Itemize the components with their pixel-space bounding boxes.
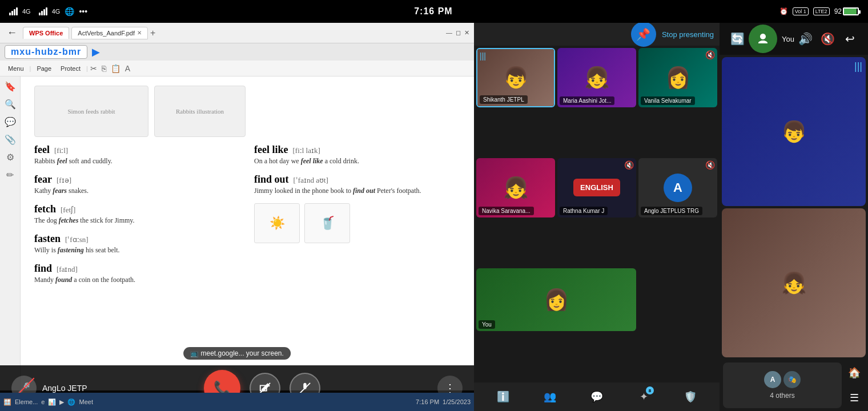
pdf-tab[interactable]: ActVerbs_AandF.pdf ✕ <box>71 27 148 39</box>
word-fasten-example: Willy is fastening his seat belt. <box>34 246 243 255</box>
wps-tab[interactable]: WPS Office <box>23 27 69 39</box>
format-icon[interactable]: A <box>125 64 130 73</box>
info-icon-button[interactable]: ℹ️ <box>493 386 513 407</box>
word-fear-title: fear <box>34 174 52 185</box>
pdf-content: 🔖 🔍 💬 📎 ⚙ ✏ Simon feeds rabbit Rabbits i… <box>0 76 474 390</box>
other-avatar-2: 🎭 <box>783 371 801 388</box>
word-feel-example: Rabbits feel soft and cuddly. <box>34 157 243 166</box>
stop-presenting-button[interactable]: Stop presenting <box>662 30 714 39</box>
right-top-controls: 🔄 You 🔊 🔇 ↩ <box>720 23 868 55</box>
word-find-out-example: Jimmy looked in the phone book to find o… <box>254 187 463 195</box>
toolbar-page[interactable]: Page <box>33 64 55 73</box>
browser-control-restore[interactable]: ◻ <box>456 29 461 37</box>
presenting-notice: 📺 meet.google... your screen. <box>183 347 291 360</box>
pdf-sidebar-comment[interactable]: 💬 <box>5 116 16 127</box>
activities-icon-button[interactable]: ✦ 8 <box>633 386 654 407</box>
illus-sun: ☀️ <box>254 203 300 243</box>
signal-4g-2 <box>39 7 47 15</box>
others-avatars: A 🎭 <box>764 371 801 388</box>
network-label-1: 4G <box>22 8 31 15</box>
taskbar-time: 7:16 PM <box>416 398 439 405</box>
participants-icon-button[interactable]: 👥 <box>540 386 560 407</box>
taskbar-chrome[interactable]: 🌐 <box>67 398 75 406</box>
meeting-code-display: mxu-hubz-bmr <box>5 45 87 59</box>
wps-logo: WPS Office <box>29 30 63 37</box>
scissors-icon[interactable]: ✂ <box>90 64 97 73</box>
toolbar-menu[interactable]: Menu <box>5 64 27 73</box>
toolbar-icons: ✂ ⎘ 📋 A <box>90 64 130 73</box>
word-feel-like-example: On a hot day we feel like a cold drink. <box>254 157 463 166</box>
right-p1-audio-icon: ||| <box>854 61 862 72</box>
pdf-toolbar: Menu | Page Protect | ✂ ⎘ 📋 A <box>0 61 474 76</box>
copy-icon[interactable]: ⎘ <box>102 64 106 73</box>
participant-rathna-cell: ENGLISH 🔇 Rathna Kumar J <box>557 158 636 217</box>
alarm-icon: ⏰ <box>779 7 788 15</box>
taskbar-ie[interactable]: e <box>41 398 45 405</box>
browser-control-close[interactable]: ✕ <box>464 29 469 37</box>
back-button[interactable]: ← <box>5 25 19 41</box>
start-button[interactable]: 🪟 <box>3 398 11 406</box>
pdf-main-content: Simon feeds rabbit Rabbits illustration … <box>34 86 463 292</box>
browser-control-minimize[interactable]: — <box>446 29 452 37</box>
right-panel: 🔄 You 🔊 🔇 ↩ 👦 ||| <box>720 23 868 411</box>
home-right-icon[interactable]: 🏠 <box>844 362 865 383</box>
pdf-sidebar-tools[interactable]: ⚙ <box>6 152 14 163</box>
word-feel-like-phonetic: [fiːl laɪk] <box>292 146 320 155</box>
tab-close-icon[interactable]: ✕ <box>137 30 142 36</box>
network-4g-lte: LTE2 <box>813 7 830 15</box>
status-left: 4G 4G 🌐 ••• <box>9 7 87 16</box>
pdf-sidebar-edit[interactable]: ✏ <box>6 170 14 180</box>
word-find-title: find <box>34 263 52 274</box>
anglo-mute-icon: 🔇 <box>705 160 715 170</box>
illustration-top-1: Simon feeds rabbit <box>34 86 148 137</box>
mic-off-right-icon[interactable]: 🔇 <box>817 27 839 51</box>
you-avatar-top <box>749 25 777 53</box>
add-tab-button[interactable]: + <box>150 28 155 38</box>
lte-badge: Vol 1 <box>793 7 809 15</box>
word-fear-example: Kathy fears snakes. <box>34 187 243 195</box>
speaker-icon[interactable]: 🔊 <box>794 27 817 51</box>
shikanth-label: Shikanth JETPL <box>480 95 528 104</box>
word-find-example: Mandy found a coin on the footpath. <box>34 276 243 284</box>
toolbar-protect[interactable]: Protect <box>57 64 84 73</box>
right-p1-video: 👦 <box>722 57 866 206</box>
bottom-icons-bar: ℹ️ 👥 💬 ✦ 8 🛡️ <box>474 382 720 411</box>
others-cell: A 🎭 4 others <box>723 362 842 408</box>
taskbar-excel[interactable]: 📊 <box>48 398 56 406</box>
camera-flip-icon[interactable]: 🔄 <box>726 27 749 51</box>
participant-vanila-cell: 👩 🔇 Vanila Selvakumar <box>638 48 717 107</box>
battery-percent: 92 <box>834 7 842 15</box>
participant-navika-cell: 👧 Navika Saravana... <box>476 158 555 217</box>
taskbar-media[interactable]: ▶ <box>59 398 64 406</box>
pdf-sidebar-bookmark[interactable]: 🔖 <box>5 81 16 92</box>
participant-maria-cell: 👧 Maria Aashini Jot... <box>557 48 636 107</box>
back-right-icon[interactable]: ↩ <box>839 27 861 51</box>
screen-share-panel: ← WPS Office ActVerbs_AandF.pdf ✕ + — ◻ … <box>0 23 474 411</box>
status-right: ⏰ Vol 1 LTE2 92 <box>779 7 859 15</box>
taskbar-elementor[interactable]: Eleme... <box>15 398 38 405</box>
pdf-sidebar-search[interactable]: 🔍 <box>5 99 16 110</box>
pdf-sidebar-link[interactable]: 📎 <box>5 134 16 145</box>
maria-label: Maria Aashini Jot... <box>560 96 614 105</box>
menu-right-icon[interactable]: ☰ <box>844 388 865 408</box>
right-participants: 👦 ||| 👧 <box>720 55 868 360</box>
taskbar-meet[interactable]: Meet <box>79 398 93 405</box>
main-area: ← WPS Office ActVerbs_AandF.pdf ✕ + — ◻ … <box>0 23 868 411</box>
rathna-label: Rathna Kumar J <box>560 207 608 215</box>
word-fetch-title: fetch <box>34 203 56 215</box>
battery-indicator: 92 <box>834 7 859 15</box>
word-fasten: fasten [ˈfɑːsn] Willy is fastening his s… <box>34 233 243 255</box>
taskbar: 🪟 Eleme... e 📊 ▶ 🌐 Meet 7:16 PM 1/25/202… <box>0 393 474 411</box>
play-icon[interactable]: ▶ <box>92 46 100 58</box>
vanila-label: Vanila Selvakumar <box>641 96 695 105</box>
call-label: AngLo JETP <box>42 384 87 393</box>
you-video: 👩 <box>476 268 636 331</box>
paste-icon[interactable]: 📋 <box>111 64 120 73</box>
chat-icon-button[interactable]: 💬 <box>586 386 607 407</box>
english-logo: ENGLISH <box>573 179 620 196</box>
illustration-top-2: Rabbits illustration <box>154 86 246 137</box>
shield-icon-button[interactable]: 🛡️ <box>680 386 701 407</box>
activities-badge: 8 <box>646 386 654 394</box>
more-dots-icon: ••• <box>79 7 87 16</box>
tab-bar: WPS Office ActVerbs_AandF.pdf ✕ + <box>23 27 443 39</box>
